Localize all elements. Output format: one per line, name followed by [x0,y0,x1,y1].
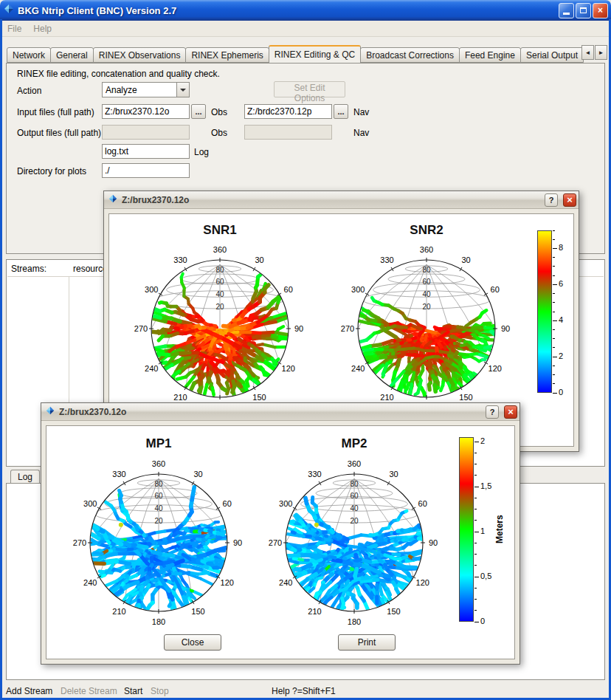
svg-text:150: 150 [459,393,472,402]
svg-text:80: 80 [350,480,359,488]
svg-text:150: 150 [252,393,266,402]
page-description: RINEX file editing, concatenation and qu… [17,69,220,79]
svg-text:30: 30 [255,255,263,264]
tab-broadcast-corrections[interactable]: Broadcast Corrections [360,47,460,63]
svg-text:270: 270 [134,324,148,333]
svg-text:90: 90 [501,324,510,333]
output-nav-field[interactable] [244,125,332,140]
mp-dialog-close-button[interactable]: × [504,405,517,419]
help-shortcut-label: Help ?=Shift+F1 [272,686,336,696]
svg-text:150: 150 [191,607,204,616]
colorbar-tick [474,622,479,622]
colorbar-tick [474,577,479,577]
maximize-button[interactable] [576,3,591,18]
plots-dir-field[interactable] [102,163,190,178]
svg-text:40: 40 [154,504,163,512]
colorbar-minor-tick [553,230,555,231]
svg-text:60: 60 [284,285,293,294]
action-value: Analyze [103,83,176,97]
colorbar-minor-tick [553,383,555,384]
tab-feed-engine[interactable]: Feed Engine [459,47,521,63]
mp-dialog-titlebar[interactable]: Z:/brux2370.12o ? × [41,403,519,421]
svg-text:40: 40 [422,290,431,298]
close-plot-button[interactable]: Close [164,634,221,651]
dialog-icon [45,405,55,419]
svg-text:330: 330 [308,470,321,478]
input-nav-field[interactable] [244,104,332,119]
mp-plot-dialog: Z:/brux2370.12o ? × MP1 MP2 360306090120… [41,402,520,665]
log-label: Log [194,147,209,157]
svg-text:210: 210 [173,393,187,402]
svg-text:300: 300 [351,285,365,294]
tab-scroll-right-icon[interactable]: ► [595,45,607,60]
dialog-icon [108,193,118,207]
colorbar-tick-label: 4 [559,315,563,324]
menu-file[interactable]: File [7,24,21,34]
colorbar-minor-tick [474,509,477,509]
input-obs-field[interactable] [102,104,190,119]
input-nav-browse-button[interactable]: ... [334,104,348,119]
tab-rinex-ephemeris[interactable]: RINEX Ephemeris [185,47,269,63]
print-plot-button[interactable]: Print [338,634,396,651]
colorbar-tick-label: 8 [559,243,563,252]
colorbar-minor-tick [474,475,477,476]
input-obs-browse-button[interactable]: ... [191,104,206,119]
mp-dialog-help-button[interactable]: ? [486,405,499,419]
stop-action[interactable]: Stop [151,686,169,696]
svg-text:80: 80 [154,480,163,488]
svg-text:60: 60 [223,499,232,508]
svg-text:300: 300 [145,285,158,294]
svg-text:90: 90 [294,324,303,333]
svg-text:30: 30 [193,470,202,478]
snr-dialog-titlebar[interactable]: Z:/brux2370.12o ? × [104,191,579,209]
mp-dialog-body: MP1 MP2 36030609012015018021024027030033… [46,425,515,659]
start-action[interactable]: Start [124,686,142,696]
tab-rinex-editing-qc[interactable]: RINEX Editing & QC [269,45,361,64]
obs-label: Obs [211,107,227,117]
tab-rinex-observations[interactable]: RINEX Observations [93,47,187,63]
svg-text:180: 180 [348,617,361,626]
svg-text:90: 90 [233,538,242,547]
tab-general[interactable]: General [50,47,94,63]
colorbar-minor-tick [474,599,477,600]
svg-text:60: 60 [154,492,163,500]
colorbar-minor-tick [553,329,555,330]
colorbar-tick-label: 6 [559,279,563,288]
svg-text:360: 360 [348,459,361,468]
colorbar-minor-tick [474,453,477,453]
colorbar-minor-tick [474,520,477,521]
bottom-action-bar: Add Stream Delete Stream Start Stop Help… [0,683,611,700]
colorbar-tick [474,487,479,487]
minimize-icon [563,13,570,15]
tab-network[interactable]: Network [7,47,51,63]
logfile-field[interactable] [102,144,190,159]
add-stream-action[interactable]: Add Stream [6,686,52,696]
streams-label: Streams: [11,264,46,274]
window-titlebar[interactable]: BKG Ntrip Client (BNC) Version 2.7 × [0,0,611,21]
colorbar-minor-tick [553,266,555,267]
colorbar-tick [474,532,479,532]
minimize-button[interactable] [559,3,574,18]
tab-scroll-left-icon[interactable]: ◄ [581,45,594,60]
menu-help[interactable]: Help [33,24,52,34]
colorbar-minor-tick [474,588,477,589]
svg-text:210: 210 [380,393,393,402]
svg-text:20: 20 [350,517,359,525]
action-label: Action [17,86,41,96]
svg-text:360: 360 [213,245,227,254]
delete-stream-action[interactable]: Delete Stream [61,686,117,696]
tab-serial-output[interactable]: Serial Output [520,47,584,63]
snr-dialog-help-button[interactable]: ? [545,193,558,207]
close-button[interactable]: × [593,3,608,18]
colorbar-tick-label: 1,5 [480,481,491,490]
action-combobox[interactable]: Analyze [102,82,190,97]
svg-text:330: 330 [112,470,125,478]
svg-text:180: 180 [152,617,165,626]
log-tab[interactable]: Log [10,470,40,484]
output-obs-field[interactable] [102,125,190,140]
snr-dialog-close-button[interactable]: × [563,193,576,207]
tab-bar: Network General RINEX Observations RINEX… [2,41,609,63]
window-title: BKG Ntrip Client (BNC) Version 2.7 [18,5,554,16]
set-edit-options-button[interactable]: Set Edit Options [274,81,345,97]
svg-text:60: 60 [350,492,359,500]
